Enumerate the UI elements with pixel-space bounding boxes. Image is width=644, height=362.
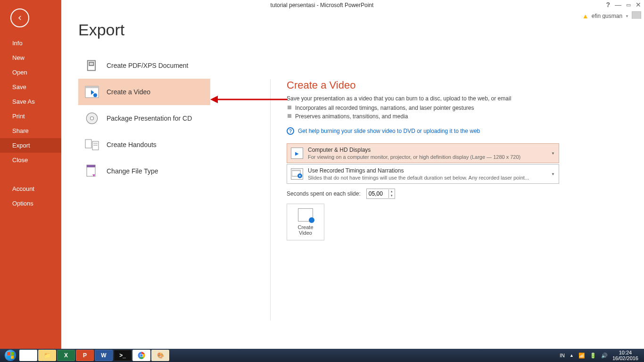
sidebar-item-info[interactable]: Info <box>0 36 61 50</box>
sidebar-item-account[interactable]: Account <box>0 181 61 196</box>
main-area: Export Create PDF/XPS Document Create a … <box>61 19 644 349</box>
timings-dropdown[interactable]: Use Recorded Timings and Narrations Slid… <box>287 164 559 184</box>
sidebar-item-share[interactable]: Share <box>0 123 61 138</box>
create-video-icon <box>298 208 313 222</box>
export-opt-label: Package Presentation for CD <box>107 115 192 122</box>
spinner-down-icon[interactable]: ▼ <box>389 194 395 198</box>
taskbar-excel[interactable]: X <box>57 350 75 361</box>
svg-rect-9 <box>92 141 99 150</box>
chevron-down-icon: ▼ <box>551 172 555 176</box>
export-opt-label: Create a Video <box>107 88 150 96</box>
svg-point-7 <box>91 117 94 120</box>
window-title: tutorial persentasi - Microsoft PowerPoi… <box>271 2 374 8</box>
timings-title: Use Recorded Timings and Narrations <box>308 167 545 174</box>
export-opt-change-filetype[interactable]: Change File Type <box>78 158 210 184</box>
create-video-button[interactable]: Create Video <box>287 204 324 240</box>
export-opt-label: Change File Type <box>107 167 158 175</box>
taskbar-cmd[interactable]: >_ <box>114 350 132 361</box>
back-arrow-icon <box>16 14 24 22</box>
tray-volume-icon[interactable]: 🔊 <box>601 353 608 359</box>
tray-battery-icon[interactable]: 🔋 <box>590 353 596 359</box>
svg-rect-15 <box>292 170 300 171</box>
sidebar-item-saveas[interactable]: Save As <box>0 94 61 109</box>
spinner-up-icon[interactable]: ▲ <box>389 189 395 194</box>
taskbar-app-grid[interactable] <box>19 350 37 361</box>
quality-title: Computer & HD Displays <box>308 147 545 153</box>
tray-network-icon[interactable]: 📶 <box>578 353 585 359</box>
pdf-xps-icon <box>84 58 100 74</box>
restore-icon[interactable]: ▭ <box>626 2 631 8</box>
svg-rect-13 <box>87 165 95 167</box>
sidebar-item-new[interactable]: New <box>0 50 61 65</box>
minimize-icon[interactable]: — <box>615 1 621 8</box>
tray-clock[interactable]: 10:24 16/02/2016 <box>612 350 638 361</box>
chevron-down-icon: ▼ <box>551 151 555 156</box>
titlebar: tutorial persentasi - Microsoft PowerPoi… <box>0 0 644 12</box>
sidebar-item-open[interactable]: Open <box>0 65 61 80</box>
export-type-list: Create PDF/XPS Document Create a Video P… <box>78 52 210 184</box>
user-name: efin gusman <box>592 13 622 19</box>
create-video-label: Create Video <box>297 224 313 236</box>
filetype-icon <box>84 163 100 179</box>
svg-point-22 <box>140 354 142 356</box>
back-button[interactable] <box>10 8 29 27</box>
seconds-row: Seconds spent on each slide: ▲ ▼ <box>287 189 630 199</box>
quality-sub: For viewing on a computer monitor, proje… <box>308 154 545 160</box>
system-tray: IN ▲ 📶 🔋 🔊 10:24 16/02/2016 <box>560 350 642 361</box>
sidebar-item-options[interactable]: Options <box>0 196 61 211</box>
taskbar: 📁 X P W >_ 🎨 IN ▲ 📶 🔋 🔊 10:24 16/02/2016 <box>0 349 644 362</box>
user-dropdown-icon: ▼ <box>625 14 629 18</box>
detail-bullets: Incorporates all recorded timings, narra… <box>287 104 630 121</box>
seconds-label: Seconds spent on each slide: <box>287 190 361 197</box>
svg-rect-1 <box>89 62 93 66</box>
backstage-sidebar: Info New Open Save Save As Print Share E… <box>0 0 61 349</box>
help-icon[interactable]: ? <box>606 1 610 8</box>
export-opt-package-cd[interactable]: Package Presentation for CD <box>78 105 210 132</box>
export-opt-create-video[interactable]: Create a Video <box>78 79 210 105</box>
video-icon <box>84 84 100 100</box>
cd-icon <box>84 110 100 126</box>
sidebar-item-export[interactable]: Export <box>0 138 61 153</box>
tray-chevron-up-icon[interactable]: ▲ <box>570 353 574 358</box>
vertical-divider <box>270 79 271 321</box>
taskbar-word[interactable]: W <box>95 350 113 361</box>
export-opt-pdf-xps[interactable]: Create PDF/XPS Document <box>78 52 210 79</box>
timings-icon <box>291 168 303 180</box>
taskbar-paint[interactable]: 🎨 <box>151 350 169 361</box>
help-link[interactable]: Get help burning your slide show video t… <box>298 128 480 134</box>
tray-lang[interactable]: IN <box>560 353 565 358</box>
detail-bullet: Incorporates all recorded timings, narra… <box>295 104 630 112</box>
detail-bullet: Preserves animations, transitions, and m… <box>295 112 630 121</box>
help-row: ? Get help burning your slide show video… <box>287 127 630 135</box>
taskbar-explorer[interactable]: 📁 <box>38 350 56 361</box>
page-title: Export <box>78 21 644 39</box>
detail-title: Create a Video <box>287 79 630 91</box>
start-button[interactable] <box>2 349 19 362</box>
sidebar-item-close[interactable]: Close <box>0 153 61 167</box>
svg-rect-8 <box>85 140 91 148</box>
window-controls: ? — ▭ ✕ <box>606 1 641 8</box>
svg-rect-3 <box>85 86 99 88</box>
taskbar-chrome[interactable] <box>132 350 150 361</box>
seconds-spinner[interactable]: ▲ ▼ <box>366 189 395 199</box>
seconds-input[interactable] <box>367 189 388 198</box>
export-detail-panel: Create a Video Save your presentation as… <box>287 79 630 240</box>
export-opt-label: Create Handouts <box>107 141 157 148</box>
handouts-icon <box>84 137 100 153</box>
info-icon: ? <box>287 127 294 135</box>
timings-sub: Slides that do not have timings will use… <box>308 175 545 181</box>
detail-desc: Save your presentation as a video that y… <box>287 95 630 102</box>
display-icon: ▶ <box>291 148 303 159</box>
export-opt-handouts[interactable]: Create Handouts <box>78 132 210 158</box>
sidebar-item-print[interactable]: Print <box>0 109 61 123</box>
quality-dropdown[interactable]: ▶ Computer & HD Displays For viewing on … <box>287 143 559 163</box>
close-icon[interactable]: ✕ <box>636 1 641 8</box>
sidebar-item-save[interactable]: Save <box>0 80 61 94</box>
taskbar-powerpoint[interactable]: P <box>76 350 94 361</box>
export-opt-label: Create PDF/XPS Document <box>107 62 189 69</box>
svg-point-5 <box>93 93 97 97</box>
